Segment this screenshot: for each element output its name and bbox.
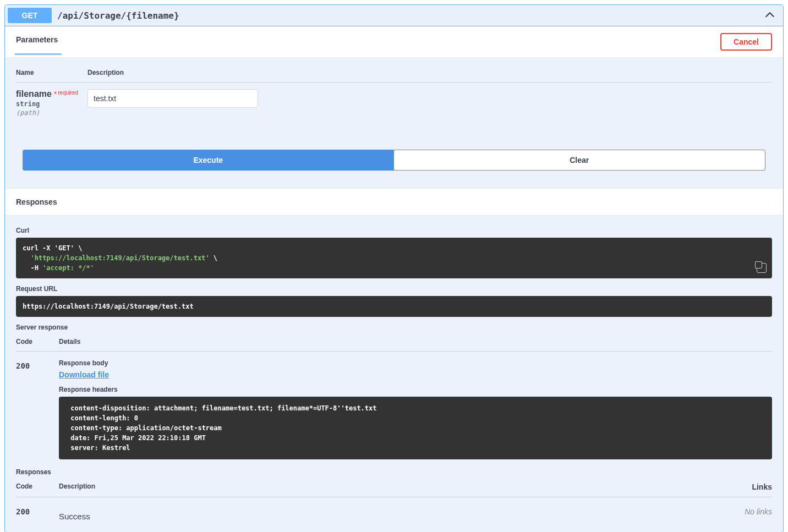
doc-response-links: No links <box>745 505 772 516</box>
filename-input[interactable] <box>87 89 258 108</box>
curl-url: 'https://localhost:7149/api/Storage/test… <box>30 254 209 262</box>
clear-button[interactable]: Clear <box>394 150 766 171</box>
chevron-up-icon[interactable] <box>765 11 775 20</box>
parameter-in: (path) <box>16 109 87 117</box>
curl-header: 'accept: */*' <box>42 264 94 272</box>
column-links: Links <box>752 482 772 491</box>
column-code: Code <box>16 338 59 345</box>
method-badge: GET <box>8 8 52 23</box>
download-file-link[interactable]: Download file <box>59 370 109 379</box>
parameter-meta: filename *required string (path) <box>16 89 87 117</box>
responses-doc-label: Responses <box>16 468 772 476</box>
execute-button[interactable]: Execute <box>23 150 394 171</box>
parameters-body: Name Description filename *required stri… <box>5 58 783 188</box>
responses-doc-row: 200 Success No links <box>16 505 772 521</box>
response-body-label: Response body <box>59 359 772 367</box>
request-url-block: https://localhost:7149/api/Storage/test.… <box>16 296 772 317</box>
parameters-header: Parameters Cancel <box>5 26 783 58</box>
responses-header: Responses <box>5 188 783 216</box>
server-response-head: Code Details <box>16 338 772 352</box>
response-headers-label: Response headers <box>59 386 772 393</box>
doc-response-code: 200 <box>16 505 59 516</box>
parameter-input-wrapper <box>87 89 258 108</box>
parameters-table: Name Description filename *required stri… <box>16 69 772 117</box>
parameter-name: filename <box>16 89 52 98</box>
parameter-row: filename *required string (path) <box>16 89 772 117</box>
parameters-table-head: Name Description <box>16 69 772 83</box>
curl-line: -H <box>23 264 42 272</box>
curl-line: \ <box>210 254 217 262</box>
column-name: Name <box>16 69 87 76</box>
responses-doc-head: Code Description Links <box>16 482 772 497</box>
request-url-label: Request URL <box>16 285 772 293</box>
column-details: Details <box>59 338 772 345</box>
curl-line: curl -X 'GET' \ <box>23 244 82 252</box>
opblock-get: GET /api/Storage/{filename} Parameters C… <box>4 4 784 532</box>
column-code: Code <box>16 482 59 491</box>
response-code: 200 <box>16 359 59 459</box>
curl-code-block: curl -X 'GET' \ 'https://localhost:7149/… <box>16 238 772 278</box>
server-response-label: Server response <box>16 323 772 331</box>
column-description: Description <box>59 482 752 491</box>
required-star-icon: * <box>52 90 57 98</box>
required-label: required <box>57 90 78 96</box>
response-details: Response body Download file Response hea… <box>59 359 772 459</box>
parameter-type: string <box>16 100 87 108</box>
action-buttons: Execute Clear <box>16 150 772 177</box>
response-headers-block: content-disposition: attachment; filenam… <box>59 397 772 459</box>
server-response-row: 200 Response body Download file Response… <box>16 359 772 459</box>
curl-label: Curl <box>16 227 772 234</box>
parameters-title: Parameters <box>16 35 58 48</box>
cancel-button[interactable]: Cancel <box>720 33 772 51</box>
doc-response-description: Success <box>59 505 745 521</box>
endpoint-path: /api/Storage/{filename} <box>57 10 765 21</box>
opblock-summary[interactable]: GET /api/Storage/{filename} <box>5 5 783 26</box>
column-description: Description <box>87 69 124 76</box>
responses-body: Curl curl -X 'GET' \ 'https://localhost:… <box>5 216 783 532</box>
copy-icon[interactable] <box>757 263 767 273</box>
